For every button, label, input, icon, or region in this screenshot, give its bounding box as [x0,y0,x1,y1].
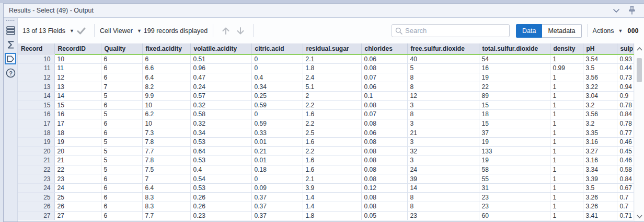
data-cell[interactable]: 1 [550,211,583,220]
data-cell[interactable]: 8 [407,193,479,202]
row-number-cell[interactable]: 19 [18,137,54,147]
data-cell[interactable]: 0.7 [617,193,634,202]
data-cell[interactable]: 2 [303,91,361,101]
row-number-cell[interactable]: 22 [18,165,54,174]
data-cell[interactable]: 0.26 [190,193,251,202]
scrollbar-down-icon[interactable] [635,212,644,220]
data-cell[interactable]: 17 [54,119,101,128]
data-cell[interactable]: 21 [407,128,479,138]
data-cell[interactable]: 10 [142,101,190,110]
data-cell[interactable]: 5 [101,137,142,147]
data-cell[interactable]: 0.71 [617,211,634,220]
data-cell[interactable]: 3.41 [583,211,617,220]
scroll-down-arrow-icon[interactable] [234,25,247,37]
data-cell[interactable]: 0.53 [190,156,251,165]
data-cell[interactable]: 40 [407,54,479,64]
data-cell[interactable]: 3.16 [583,137,617,147]
data-cell[interactable]: 0.12 [361,183,407,193]
data-cell[interactable]: 6 [142,54,190,64]
data-cell[interactable]: 19 [479,137,550,147]
data-cell[interactable]: 5.1 [303,82,361,92]
data-cell[interactable]: 3.22 [583,82,617,92]
data-cell[interactable]: 11 [54,64,101,73]
data-cell[interactable]: 1.6 [303,110,361,119]
data-cell[interactable]: 0.06 [361,82,407,92]
data-cell[interactable]: 60 [479,211,550,220]
data-cell[interactable]: 8.3 [142,202,190,212]
data-cell[interactable]: 0.06 [361,54,407,64]
data-cell[interactable]: 1.4 [303,193,361,202]
search-box[interactable] [392,24,510,37]
data-cell[interactable]: 3 [407,101,479,110]
data-cell[interactable]: 6 [101,64,142,73]
data-cell[interactable]: 0.24 [190,82,251,92]
data-cell[interactable]: 1 [550,101,583,110]
data-cell[interactable]: 7 [142,174,190,184]
column-header[interactable]: citric.acid [251,43,303,54]
data-cell[interactable]: 0.25 [251,91,303,101]
data-cell[interactable]: 1.6 [303,165,361,174]
data-cell[interactable]: 22 [479,82,550,92]
data-cell[interactable]: 1 [550,73,583,82]
row-number-cell[interactable]: 24 [18,183,54,193]
data-cell[interactable]: 133 [479,147,550,156]
data-cell[interactable]: 25 [54,193,101,202]
data-cell[interactable]: 14 [54,91,101,101]
data-cell[interactable]: 0.09 [251,183,303,193]
data-cell[interactable]: 2.2 [303,119,361,128]
row-number-cell[interactable]: 15 [18,101,54,110]
data-cell[interactable]: 0.54 [190,174,251,184]
data-cell[interactable]: 1 [550,54,583,64]
data-cell[interactable]: 0.32 [190,119,251,128]
data-cell[interactable]: 0.08 [361,147,407,156]
data-cell[interactable]: 0.73 [617,73,634,82]
data-cell[interactable]: 0.84 [617,174,634,184]
column-header[interactable]: total.sulfur.dioxide [479,43,550,54]
data-cell[interactable]: 7.5 [142,165,190,174]
data-cell[interactable]: 0.18 [251,165,303,174]
data-cell[interactable]: 10 [142,119,190,128]
data-cell[interactable]: 24 [54,183,101,193]
data-cell[interactable]: 7.7 [142,147,190,156]
row-number-cell[interactable]: 16 [18,110,54,119]
data-cell[interactable]: 1 [550,202,583,212]
data-cell[interactable]: 2.1 [303,54,361,64]
data-cell[interactable]: 0.1 [361,91,407,101]
data-cell[interactable]: 6 [101,211,142,220]
data-cell[interactable]: 13 [54,82,101,92]
data-cell[interactable]: 0.53 [190,183,251,193]
data-cell[interactable]: 2.2 [303,147,361,156]
data-cell[interactable]: 0.08 [361,156,407,165]
scroll-up-arrow-icon[interactable] [220,25,232,37]
data-cell[interactable]: 0.08 [361,64,407,73]
data-cell[interactable]: 0.7 [617,202,634,212]
column-header[interactable]: chlorides [361,43,407,54]
data-cell[interactable]: 5 [101,156,142,165]
column-header[interactable]: free.sulfur.dioxide [407,43,479,54]
data-cell[interactable]: 0.96 [190,64,251,73]
data-cell[interactable]: 0.84 [617,110,634,119]
row-number-cell[interactable]: 26 [18,202,54,212]
data-cell[interactable]: 1 [550,91,583,101]
data-cell[interactable]: 0.34 [251,82,303,92]
data-cell[interactable]: 16 [479,64,550,73]
data-cell[interactable]: 55 [479,174,550,184]
data-cell[interactable]: 1.8 [303,64,361,73]
data-cell[interactable]: 1 [550,119,583,128]
data-cell[interactable]: 8 [407,82,479,92]
data-cell[interactable]: 1 [550,174,583,184]
data-cell[interactable]: 20 [54,147,101,156]
data-cell[interactable]: 6 [101,128,142,138]
data-cell[interactable]: 8.3 [142,193,190,202]
row-number-cell[interactable]: 10 [18,54,54,64]
column-header[interactable]: density [550,43,583,54]
data-cell[interactable]: 0.26 [190,202,251,212]
data-tab-button[interactable]: Data [516,24,542,38]
data-cell[interactable]: 23 [479,202,550,212]
column-header[interactable]: residual.sugar [303,43,361,54]
data-cell[interactable]: 0.59 [251,119,303,128]
data-cell[interactable]: 0.9 [617,91,634,101]
data-cell[interactable]: 0.53 [190,137,251,147]
row-number-cell[interactable]: 20 [18,147,54,156]
metadata-tab-button[interactable]: Metadata [542,24,581,38]
